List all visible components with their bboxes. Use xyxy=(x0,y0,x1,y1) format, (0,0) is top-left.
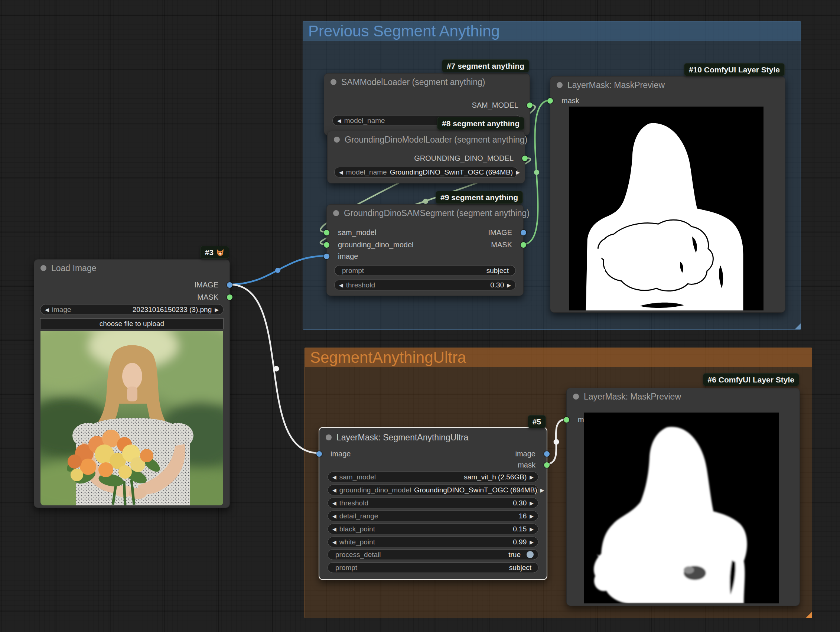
threshold-widget[interactable]: ◀ threshold 0.30 ▶ xyxy=(334,280,516,291)
output-label-image: IMAGE xyxy=(488,228,512,237)
node-load-image-titlebar[interactable]: Load Image xyxy=(34,259,96,276)
collapse-dot-icon[interactable] xyxy=(334,137,340,142)
stepper-right-arrow-icon[interactable]: ▶ xyxy=(529,501,534,506)
node-segment-anything-ultra[interactable]: LayerMask: SegmentAnythingUltra image im… xyxy=(319,427,547,580)
fox-icon xyxy=(216,249,224,256)
widget-value: subject xyxy=(486,267,511,275)
combo-left-arrow-icon[interactable]: ◀ xyxy=(45,307,49,312)
input-label-image: image xyxy=(330,449,351,458)
output-label-mask: mask xyxy=(518,460,535,470)
node-title: Load Image xyxy=(51,263,96,273)
output-port-image[interactable] xyxy=(521,230,526,235)
combo-left-arrow-icon[interactable]: ◀ xyxy=(339,283,343,288)
node-mask-preview-titlebar[interactable]: LayerMask: MaskPreview xyxy=(567,388,681,405)
output-label-mask: MASK xyxy=(491,240,512,250)
output-port-grounding-dino-model[interactable] xyxy=(522,156,528,161)
white-point-widget[interactable]: ◀ white_point 0.99 ▶ xyxy=(328,537,538,547)
stepper-left-arrow-icon[interactable]: ◀ xyxy=(332,514,336,519)
node-segment-titlebar[interactable]: GroundingDinoSAMSegment (segment anythin… xyxy=(327,205,529,222)
stepper-left-arrow-icon[interactable]: ◀ xyxy=(332,501,336,506)
black-point-widget[interactable]: ◀ black_point 0.15 ▶ xyxy=(328,524,538,534)
output-port-mask[interactable] xyxy=(227,294,232,300)
node-mask-preview-6[interactable]: LayerMask: MaskPreview mask xyxy=(566,388,800,606)
input-port-mask[interactable] xyxy=(564,417,569,423)
collapse-dot-icon[interactable] xyxy=(41,265,46,271)
process-detail-toggle[interactable]: process_detail true xyxy=(328,549,538,560)
toggle-knob-icon[interactable] xyxy=(527,551,534,558)
node-grounding-dino-loader[interactable]: GroundingDinoModelLoader (segment anythi… xyxy=(327,131,525,183)
stepper-right-arrow-icon[interactable]: ▶ xyxy=(529,514,534,519)
prompt-widget[interactable]: prompt subject xyxy=(328,562,538,573)
stepper-right-arrow-icon[interactable]: ▶ xyxy=(529,526,534,532)
input-port-grounding-dino-model[interactable] xyxy=(324,242,329,248)
node-sam-loader-titlebar[interactable]: SAMModelLoader (segment anything) xyxy=(324,74,485,91)
prompt-widget[interactable]: prompt subject xyxy=(334,265,516,276)
combo-value: 20231016150233 (3).png xyxy=(133,306,212,314)
badge-text: #9 segment anything xyxy=(441,193,518,202)
node-title: SAMModelLoader (segment anything) xyxy=(341,77,485,87)
widget-value: subject xyxy=(509,564,534,572)
combo-right-arrow-icon[interactable]: ▶ xyxy=(529,474,534,480)
model-name-widget[interactable]: ◀ model_name GroundingDINO_SwinT_OGC (69… xyxy=(334,167,518,177)
node-mask-preview-titlebar[interactable]: LayerMask: MaskPreview xyxy=(550,76,665,93)
collapse-dot-icon[interactable] xyxy=(573,393,579,400)
node-mask-preview-10[interactable]: LayerMask: MaskPreview mask xyxy=(550,76,785,313)
threshold-widget[interactable]: ◀ threshold 0.30 ▶ xyxy=(328,498,538,508)
group-previous-title: Previous Segment Anything xyxy=(303,22,500,40)
node-grounding-dino-sam-segment[interactable]: GroundingDinoSAMSegment (segment anythin… xyxy=(327,204,524,296)
node-ultra-titlebar[interactable]: LayerMask: SegmentAnythingUltra xyxy=(319,428,468,447)
badge-text: #7 segment anything xyxy=(447,62,524,71)
group-ultra-header[interactable]: SegmentAnythingUltra xyxy=(305,348,812,367)
detail-range-widget[interactable]: ◀ detail_range 16 ▶ xyxy=(328,510,538,521)
input-port-image[interactable] xyxy=(316,451,322,457)
widget-name: prompt xyxy=(339,267,364,275)
combo-name: image xyxy=(52,306,71,314)
widget-value: 0.99 xyxy=(513,538,527,546)
combo-left-arrow-icon[interactable]: ◀ xyxy=(337,118,341,123)
grounding-dino-model-widget[interactable]: ◀ grounding_dino_model GroundingDINO_Swi… xyxy=(328,485,538,495)
collapse-dot-icon[interactable] xyxy=(333,210,339,216)
stepper-left-arrow-icon[interactable]: ◀ xyxy=(332,526,336,532)
combo-right-arrow-icon[interactable]: ▶ xyxy=(507,283,511,288)
group-previous-header[interactable]: Previous Segment Anything xyxy=(303,22,801,41)
input-port-image[interactable] xyxy=(324,254,329,259)
input-label-sam-model: sam_model xyxy=(338,228,376,237)
input-port-sam-model[interactable] xyxy=(324,230,329,235)
output-label-image: image xyxy=(515,449,535,458)
group-resize-handle[interactable] xyxy=(795,324,801,329)
combo-left-arrow-icon[interactable]: ◀ xyxy=(332,488,336,493)
output-port-image[interactable] xyxy=(227,282,232,288)
sam-model-widget[interactable]: ◀ sam_model sam_vit_h (2.56GB) ▶ xyxy=(328,472,538,482)
collapse-dot-icon[interactable] xyxy=(330,79,336,85)
mask-preview-image xyxy=(569,107,764,310)
widget-name: threshold xyxy=(346,281,375,289)
output-port-mask[interactable] xyxy=(544,462,549,468)
choose-file-button[interactable]: choose file to upload xyxy=(40,318,224,329)
group-resize-handle[interactable] xyxy=(806,612,812,618)
output-port-sam-model[interactable] xyxy=(527,103,532,108)
widget-name: white_point xyxy=(339,538,375,546)
wire-dot xyxy=(274,366,279,372)
combo-left-arrow-icon[interactable]: ◀ xyxy=(339,170,343,175)
mask-preview-image xyxy=(584,412,779,604)
collapse-dot-icon[interactable] xyxy=(326,434,332,441)
output-port-mask[interactable] xyxy=(521,242,526,248)
widget-name: threshold xyxy=(339,499,368,507)
output-port-image[interactable] xyxy=(544,451,549,457)
graph-canvas[interactable]: Previous Segment Anything SegmentAnythin… xyxy=(0,0,840,632)
widget-name: model_name xyxy=(346,168,387,176)
input-label-image: image xyxy=(338,251,358,261)
combo-right-arrow-icon[interactable]: ▶ xyxy=(215,307,219,312)
node-dino-loader-titlebar[interactable]: GroundingDinoModelLoader (segment anythi… xyxy=(328,131,527,148)
widget-name: model_name xyxy=(344,117,385,125)
badge-text: #5 xyxy=(532,417,541,426)
image-combo-widget[interactable]: ◀ image 20231016150233 (3).png ▶ xyxy=(40,304,224,315)
collapse-dot-icon[interactable] xyxy=(557,82,563,88)
combo-right-arrow-icon[interactable]: ▶ xyxy=(516,170,520,175)
input-port-mask[interactable] xyxy=(547,98,553,104)
combo-left-arrow-icon[interactable]: ◀ xyxy=(332,474,336,480)
node-load-image[interactable]: Load Image IMAGE MASK ◀ image 2023101615… xyxy=(34,259,230,508)
combo-right-arrow-icon[interactable]: ▶ xyxy=(540,488,545,493)
stepper-right-arrow-icon[interactable]: ▶ xyxy=(529,540,534,545)
stepper-left-arrow-icon[interactable]: ◀ xyxy=(332,540,336,545)
